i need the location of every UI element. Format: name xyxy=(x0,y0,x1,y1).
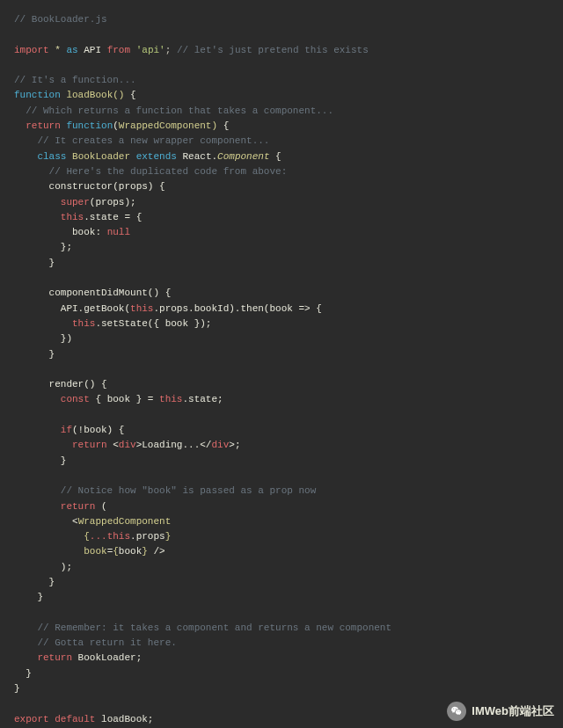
call: .props.bookId).then(book => { xyxy=(153,303,321,314)
jsx-brace: } xyxy=(142,546,148,557)
kw-const: const xyxy=(61,394,90,404)
kw-function: function xyxy=(66,120,113,131)
kw-as: as xyxy=(66,45,77,55)
kw-default: default xyxy=(55,714,95,724)
ident: loadBook; xyxy=(95,714,153,724)
brace: } xyxy=(37,592,43,602)
comment: // Notice how "book" is passed as a prop… xyxy=(61,485,316,496)
footer-label: IMWeb前端社区 xyxy=(472,703,554,718)
kw-super: super xyxy=(61,197,90,207)
jsx: </ xyxy=(200,440,211,450)
param: WrappedComponent xyxy=(119,120,212,131)
brace: }; xyxy=(61,242,72,252)
kw-class: class xyxy=(37,151,66,162)
ident: API xyxy=(84,45,101,55)
brace: { xyxy=(124,90,135,100)
kw-return: return xyxy=(61,501,96,512)
paren: () xyxy=(113,90,124,100)
brace: { xyxy=(217,120,229,131)
prop: .props xyxy=(130,531,165,542)
method: constructor(props) { xyxy=(49,181,165,192)
comment: // let's just pretend this exists xyxy=(177,45,369,55)
comment: // BookLoader.js xyxy=(14,14,107,25)
method: componentDidMount() { xyxy=(49,288,172,298)
kw-this: this xyxy=(61,212,84,222)
ident: React. xyxy=(182,151,217,162)
comment: // It's a function... xyxy=(14,75,136,85)
ident: Component xyxy=(217,151,269,162)
destructure: { book } = xyxy=(90,394,159,404)
ident: book xyxy=(119,546,142,557)
prop: book: xyxy=(72,227,107,237)
paren: ( xyxy=(113,120,119,131)
star: * xyxy=(55,45,61,55)
assign: .state = { xyxy=(84,212,142,222)
kw-import: import xyxy=(14,45,49,55)
kw-function: function xyxy=(14,90,61,100)
brace: } xyxy=(26,668,32,679)
comment: // Which returns a function that takes a… xyxy=(26,106,333,116)
method: render() { xyxy=(49,379,107,389)
jsx-tag: div xyxy=(211,440,229,450)
comment: // Here's the duplicated code from above… xyxy=(49,166,288,177)
jsx: >; xyxy=(229,440,240,450)
fn-name: loadBook xyxy=(66,90,113,100)
kw-if: if xyxy=(61,425,72,435)
kw-this: this xyxy=(159,394,182,404)
paren: ( xyxy=(95,501,106,512)
kw-this: this xyxy=(72,318,95,329)
punc: (props); xyxy=(90,197,136,207)
kw-return: return xyxy=(26,120,61,131)
spread: ... xyxy=(90,531,107,542)
jsx-text: Loading... xyxy=(142,440,200,450)
footer-watermark: IMWeb前端社区 xyxy=(447,702,554,721)
brace: } xyxy=(49,577,55,587)
brace: } xyxy=(14,683,20,694)
brace: { xyxy=(270,151,282,162)
kw-export: export xyxy=(14,714,49,724)
code-block: // BookLoader.js import * as API from 'a… xyxy=(0,0,563,728)
comment: // Remember: it takes a component and re… xyxy=(37,622,391,633)
kw-return: return xyxy=(72,440,107,450)
kw-this: this xyxy=(130,303,153,314)
jsx-brace: { xyxy=(113,546,119,557)
class-name: BookLoader xyxy=(72,151,130,162)
jsx: < xyxy=(72,516,78,527)
kw-extends: extends xyxy=(136,151,177,162)
call: .setState({ book }); xyxy=(95,318,211,329)
brace: } xyxy=(61,455,67,466)
kw-return: return xyxy=(37,652,72,663)
jsx-brace: { xyxy=(84,531,90,542)
paren: ); xyxy=(61,562,72,572)
kw-from: from xyxy=(107,45,130,55)
brace: }) xyxy=(61,333,72,344)
jsx-tag: WrappedComponent xyxy=(78,516,172,527)
brace: } xyxy=(49,349,55,360)
call: API.getBook( xyxy=(61,303,130,314)
jsx-attr: book xyxy=(84,546,106,557)
jsx-brace: } xyxy=(165,531,172,542)
wechat-icon xyxy=(447,702,466,721)
comment: // Gotta return it here. xyxy=(37,637,176,648)
prop: .state; xyxy=(182,394,223,404)
kw-this: this xyxy=(107,531,130,542)
kw-null: null xyxy=(107,227,130,237)
punc: ; xyxy=(165,45,172,55)
string: 'api' xyxy=(136,45,165,55)
cond: (!book) { xyxy=(72,425,124,435)
comment: // It creates a new wrapper component... xyxy=(37,135,269,146)
brace: } xyxy=(49,258,55,268)
jsx-tag: div xyxy=(119,440,136,450)
ident: BookLoader; xyxy=(72,652,142,663)
jsx: < xyxy=(107,440,119,450)
jsx: /> xyxy=(148,546,165,557)
